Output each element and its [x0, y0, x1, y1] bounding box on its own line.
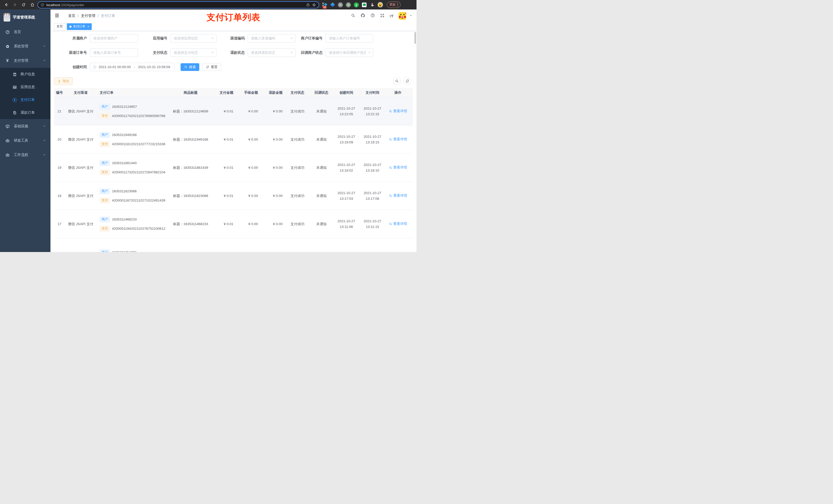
browser-forward-button[interactable] [11, 1, 19, 8]
col-header-refund: 退款金额 [261, 90, 285, 95]
view-detail-link[interactable]: 查看详情 [389, 193, 407, 198]
tab-home[interactable]: 首页 [54, 23, 65, 30]
extension-command-icon[interactable] [338, 2, 343, 8]
cell-amount: ¥ 0.01 [212, 166, 236, 170]
search-icon[interactable] [351, 13, 355, 19]
sidebar-item-refund-order[interactable]: 退款订单 [0, 106, 50, 119]
sidebar-item-infrastructure[interactable]: 基础设施 [0, 119, 50, 134]
cell-create-time: 13:18:02 [334, 168, 358, 173]
browser-reload-button[interactable] [20, 1, 27, 8]
url-text: localhost:1024/pay/order [46, 3, 84, 7]
view-detail-link[interactable]: 查看详情 [389, 165, 407, 170]
merchant-order-no: 1635311881440 [112, 161, 137, 165]
toggle-search-button[interactable] [393, 77, 401, 85]
search-label: 搜索 [189, 65, 196, 69]
merchant-tag: 商户 [100, 104, 110, 110]
sidebar-item-payment[interactable]: ¥ 支付管理 [0, 53, 50, 68]
cell-title: 标题：1635311881439 [169, 165, 212, 170]
caret-down-icon[interactable] [409, 14, 412, 18]
extension-chat-icon[interactable] [361, 2, 367, 8]
pay-tag: 支付 [100, 141, 110, 147]
cell-pay-date: 2021-10-27 [360, 218, 384, 224]
filter-pay-status: 支付状态 [138, 48, 216, 57]
merchant-order-no-input[interactable] [326, 34, 373, 43]
refresh-button[interactable] [403, 77, 411, 85]
browser-home-button[interactable] [29, 1, 36, 8]
share-icon[interactable] [306, 3, 310, 7]
monitor-icon [5, 124, 10, 128]
font-size-icon[interactable]: TT [389, 14, 394, 18]
sidebar-item-app-info[interactable]: 应用信息 [0, 81, 50, 94]
cell-refund: ¥ 0.00 [261, 194, 285, 198]
sidebar-item-dev-tools[interactable]: 研发工具 [0, 134, 50, 148]
logo-image [4, 13, 10, 22]
cell-notify-status: 未通知 [310, 165, 333, 170]
sidebar-item-home[interactable]: 首页 [0, 25, 50, 39]
breadcrumb-home[interactable]: 首页 [68, 14, 75, 18]
browser-update-button[interactable]: 更新 [387, 2, 401, 8]
address-bar[interactable]: localhost:1024/pay/order [38, 1, 319, 8]
refund-status-select[interactable] [248, 48, 295, 57]
github-icon[interactable] [360, 13, 365, 19]
extensions-puzzle-icon[interactable] [370, 2, 375, 8]
merchant-order-no: 1635312124657 [112, 105, 137, 109]
orders-table: 编号 支付渠道 支付订单 商品标题 支付金额 手续金额 退款金额 支付状态 回调… [54, 88, 413, 252]
channel-code-select[interactable] [248, 34, 295, 43]
page-content: 所属商户 应用编号 渠道编码 商户订单编号 [50, 31, 416, 252]
sidebar-item-label: 退款订单 [21, 111, 35, 115]
fullscreen-icon[interactable] [380, 13, 384, 19]
browser-back-button[interactable] [3, 1, 10, 8]
cell-refund: ¥ 0.00 [261, 138, 285, 141]
extension-record-icon[interactable] [346, 2, 351, 8]
sidebar-item-pay-order[interactable]: ¥ 支付订单 [0, 94, 50, 106]
cell-create-date: 2021-10-27 [334, 162, 358, 168]
view-detail-link[interactable]: 查看详情 [389, 109, 407, 114]
cell-amount: ¥ 0.01 [212, 110, 236, 113]
help-icon[interactable] [371, 13, 375, 19]
yen-circle-icon: ¥ [12, 98, 17, 102]
sidebar-logo[interactable]: 芋道管理系统 [0, 9, 50, 25]
search-button[interactable]: 搜索 [181, 63, 199, 71]
bookmark-star-icon[interactable] [312, 3, 316, 7]
sidebar-fold-icon[interactable] [54, 13, 60, 19]
browser-profile-avatar[interactable] [377, 2, 383, 8]
date-separator: - [133, 65, 136, 69]
cell-pay-time: 13:17:08 [360, 196, 384, 201]
chevron-down-icon [43, 139, 46, 143]
extension-gem-icon[interactable] [330, 2, 335, 8]
reset-button[interactable]: 重置 [203, 63, 221, 71]
sidebar-item-system[interactable]: 系统管理 [0, 39, 50, 53]
chevron-down-icon [43, 124, 46, 128]
app-no-select[interactable] [170, 34, 216, 43]
refund-doc-icon [12, 111, 17, 115]
reset-label: 重置 [211, 65, 217, 69]
pay-status-select[interactable] [170, 48, 216, 57]
scrollbar-thumb[interactable] [414, 32, 416, 44]
date-range-picker[interactable]: 2021-10-01 00:00:00 - 2021-10-31 23:59:5… [90, 63, 174, 71]
breadcrumb-payment[interactable]: 支付管理 [81, 14, 95, 18]
active-dot-icon [69, 26, 71, 28]
extension-y-icon[interactable]: y [354, 2, 359, 8]
sidebar-item-workflow[interactable]: 工作流程 [0, 148, 50, 162]
notify-status-select[interactable] [326, 48, 373, 57]
site-info-icon[interactable] [41, 3, 44, 7]
extension-tag-manager-icon[interactable]: 10 [322, 2, 327, 8]
tab-pay-order[interactable]: 支付订单 × [67, 23, 92, 30]
cell-fee: ¥ 0.00 [236, 138, 261, 141]
export-button[interactable]: 导出 [54, 77, 73, 85]
close-icon[interactable]: × [87, 25, 89, 28]
sidebar-item-merchant-info[interactable]: 商户信息 [0, 68, 50, 81]
view-detail-link[interactable]: 查看详情 [389, 137, 407, 142]
cell-refund: ¥ 0.00 [261, 166, 285, 170]
browser-toolbar: localhost:1024/pay/order 10 y [0, 0, 416, 9]
menu-dots-icon[interactable] [397, 3, 398, 6]
filter-label: 渠道订单号 [54, 50, 90, 55]
channel-order-no-input[interactable] [90, 48, 138, 57]
merchant-tag: 商户 [100, 160, 110, 166]
yen-icon: ¥ [5, 58, 10, 63]
view-detail-link[interactable]: 查看详情 [389, 221, 407, 226]
avatar[interactable] [399, 12, 406, 20]
cell-channel: 微信 JSAPI 支付 [65, 109, 97, 114]
col-header-actions: 操作 [385, 90, 410, 95]
merchant-input[interactable] [90, 34, 138, 43]
